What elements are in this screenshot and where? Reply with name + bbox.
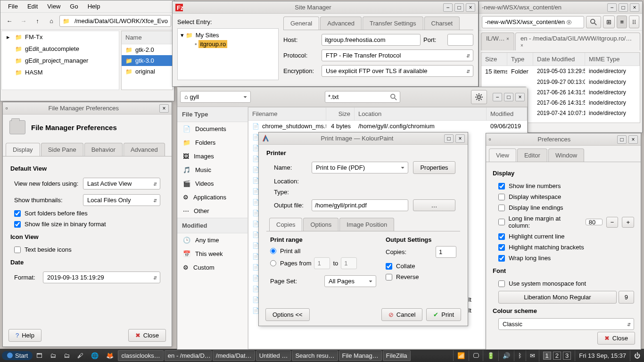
close-button[interactable]: × (628, 135, 638, 144)
browse-button[interactable]: … (413, 199, 455, 211)
font-button[interactable]: Liberation Mono Regular (498, 291, 617, 304)
modified-filter[interactable]: ⚙Custom (177, 261, 248, 274)
launcher-icon[interactable]: 🦊 (102, 350, 117, 361)
maximize-button[interactable]: □ (444, 134, 454, 143)
thumb-select[interactable]: Local Files Only (83, 194, 160, 206)
folder-row[interactable]: gtk-2.0 (122, 44, 173, 55)
port-input[interactable] (447, 34, 473, 46)
start-button[interactable]: Start (2, 351, 33, 360)
view-grid-button[interactable]: ⊞ (603, 16, 615, 28)
tray-network-icon[interactable]: 📶 (453, 350, 469, 361)
tray-display-icon[interactable]: 🖵 (469, 350, 483, 361)
maximize-button[interactable]: □ (617, 135, 627, 144)
line-numbers-checkbox[interactable] (498, 183, 505, 189)
task-button[interactable]: classiclooks… (118, 350, 163, 361)
column-name[interactable]: Name (122, 31, 173, 44)
result-row[interactable]: chrome_shutdown_ms.txt4 bytes/home/gyll/… (248, 121, 527, 132)
close-button[interactable]: × (455, 134, 465, 143)
close-button[interactable]: ✖Close (597, 332, 635, 345)
forward-button[interactable]: → (17, 15, 30, 28)
maximize-button[interactable]: □ (504, 93, 513, 101)
help-button[interactable]: ?Help (8, 329, 41, 342)
copies-input[interactable] (436, 246, 456, 258)
launcher-icon[interactable]: 🌐 (87, 350, 102, 361)
filetype-filter[interactable]: 🎵Music (177, 163, 248, 177)
filetype-filter[interactable]: 📄Documents (177, 122, 248, 136)
close-button[interactable]: × (466, 3, 475, 12)
output-file-input[interactable] (312, 199, 408, 211)
print-button[interactable]: ✔Print (426, 308, 461, 321)
tab-copies[interactable]: Copies (269, 218, 302, 231)
logout-button[interactable]: ⏻ (630, 350, 644, 361)
reverse-checkbox[interactable] (386, 274, 392, 280)
scheme-select[interactable]: Classic (498, 318, 634, 330)
path-select[interactable]: ⌂ gyll (180, 91, 251, 103)
launcher-icon[interactable]: 🗔 (33, 350, 46, 361)
task-button[interactable]: FileZilla (383, 350, 411, 361)
highlight-brackets-checkbox[interactable] (498, 244, 505, 251)
filetype-filter[interactable]: ⋯Other (177, 204, 248, 218)
sort-folders-checkbox[interactable] (14, 210, 21, 217)
tab-advanced[interactable]: Advanced (124, 143, 165, 156)
margin-inc-button[interactable]: + (622, 217, 634, 228)
home-button[interactable]: ⌂ (45, 15, 58, 28)
tree-folder[interactable]: gEdit_project_manager (2, 55, 119, 66)
path-bar[interactable]: /media/Data/GIL/WORK/Xfce_Evo (59, 15, 171, 27)
highlight-line-checkbox[interactable] (498, 233, 505, 240)
settings-button[interactable] (471, 90, 487, 104)
launcher-icon[interactable]: 🗂 (60, 350, 74, 361)
minimize-button[interactable]: − (493, 93, 502, 101)
tray-notify-icon[interactable]: ✉ (526, 350, 539, 361)
maximize-button[interactable]: □ (454, 3, 464, 12)
view-compact-button[interactable]: ⁞⁞ (629, 16, 639, 28)
tab-image-position[interactable]: Image Position (339, 218, 394, 231)
breadcrumb-path[interactable]: -new-w/WSX/wsx_content/en ⓧ (482, 16, 584, 28)
tray-bluetooth-icon[interactable]: ᛒ (514, 350, 526, 361)
minimize-button[interactable]: − (443, 3, 453, 12)
menu-file[interactable]: File (3, 1, 23, 12)
wrap-lines-checkbox[interactable] (498, 255, 505, 262)
folder-row[interactable]: original (122, 66, 173, 77)
tab-advanced[interactable]: Advanced (320, 16, 362, 30)
tab-charset[interactable]: Charset (424, 16, 460, 30)
filetype-filter[interactable]: 📁Folders (177, 136, 248, 149)
modified-filter[interactable]: 📅This week (177, 247, 248, 261)
protocol-select[interactable]: FTP - File Transfer Protocol (322, 49, 473, 61)
encryption-select[interactable]: Use explicit FTP over TLS if available (322, 65, 473, 77)
launcher-icon[interactable]: 🗂 (46, 350, 60, 361)
modified-filter[interactable]: 🕒Any time (177, 233, 248, 247)
close-icon[interactable]: × (506, 36, 509, 41)
clock[interactable]: Fri 13 Sep, 15:37 (575, 350, 630, 361)
search-input[interactable]: *.txt (325, 91, 400, 103)
menu-edit[interactable]: Edit (23, 1, 42, 12)
tab-general[interactable]: General (283, 16, 319, 30)
tray-battery-icon[interactable]: 🔋 (483, 350, 498, 361)
printer-select[interactable]: Print to File (PDF) (312, 162, 408, 173)
view-select[interactable]: Last Active View (83, 178, 160, 189)
menu-help[interactable]: Help (83, 1, 105, 12)
back-button[interactable]: ← (3, 15, 16, 28)
whitespace-checkbox[interactable] (498, 194, 505, 200)
task-button[interactable]: en - /media/D… (165, 350, 212, 361)
menu-go[interactable]: Go (65, 1, 83, 12)
print-all-radio[interactable] (270, 248, 276, 254)
system-font-checkbox[interactable] (498, 280, 505, 287)
tree-folder[interactable]: ▸FM-Tx (2, 31, 119, 43)
close-button[interactable]: × (630, 3, 639, 12)
filetype-filter[interactable]: ⚙Applications (177, 190, 248, 204)
tray-volume-icon[interactable]: 🔊 (498, 350, 514, 361)
task-button[interactable]: File Manag… (339, 350, 382, 361)
host-input[interactable] (322, 34, 421, 46)
pageset-select[interactable]: All Pages (324, 275, 376, 287)
filetype-filter[interactable]: 🎬Videos (177, 177, 248, 190)
tab-options[interactable]: Options (303, 218, 339, 231)
tab-display[interactable]: Display (6, 143, 40, 156)
folder-tree[interactable]: ▸FM-TxgEdit_autocompletegEdit_project_ma… (2, 31, 119, 78)
tree-item[interactable]: ▪ itgroup.ro (180, 40, 276, 49)
collate-checkbox[interactable] (386, 263, 392, 270)
close-button[interactable]: × (159, 104, 169, 113)
long-line-checkbox[interactable] (498, 219, 505, 225)
task-button[interactable]: Search resu… (292, 350, 338, 361)
binary-size-checkbox[interactable] (14, 221, 21, 228)
task-button[interactable]: Untitled … (256, 350, 291, 361)
